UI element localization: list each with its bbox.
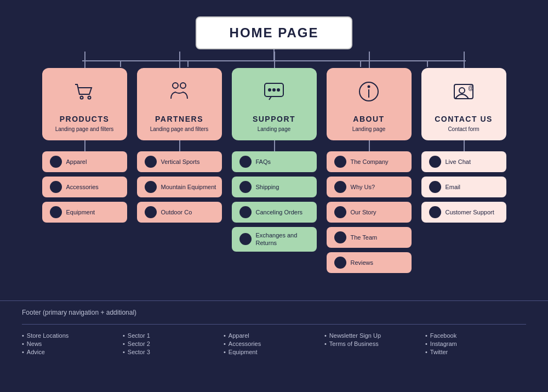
nav-card-partners[interactable]: PARTNERS Landing page and filters (137, 68, 222, 140)
bullet-dot (239, 156, 252, 168)
footer-col-1: Store Locations News Advice (22, 332, 123, 357)
footer-item: Sector 2 (123, 340, 218, 347)
footer-col-2: Sector 1 Sector 2 Sector 3 (123, 332, 224, 357)
footer-item: Store Locations (22, 332, 117, 339)
footer-item: Terms of Business (324, 340, 420, 347)
support-subtitle: Landing page (239, 126, 309, 133)
footer-col-4: Newsletter Sign Up Terms of Business (324, 332, 425, 357)
bullet-dot (145, 181, 157, 193)
bullet-dot (50, 156, 62, 168)
list-item[interactable]: The Team (327, 227, 412, 248)
bullet-dot (334, 181, 346, 193)
list-item[interactable]: Reviews (327, 252, 412, 273)
about-subtitle: Landing page (334, 126, 404, 133)
nav-cards-row: PRODUCTS Landing page and filters PARTNE… (22, 61, 526, 140)
bullet-dot (334, 206, 346, 218)
footer-item: News (22, 340, 117, 347)
products-sub-column: Apparel Accessories Equipment (42, 151, 127, 273)
list-item[interactable]: Canceling Orders (232, 202, 317, 223)
footer-item: Facebook (425, 332, 521, 339)
list-item[interactable]: Exchanges and Returns (232, 227, 317, 252)
svg-point-3 (180, 83, 186, 88)
list-item[interactable]: FAQs (232, 151, 317, 172)
nav-card-contact[interactable]: @ CONTACT US Contact form (421, 68, 506, 140)
list-item[interactable]: Live Chat (421, 151, 506, 172)
partners-sub-column: Vertical Sports Mountain Equipment Outdo… (137, 151, 222, 273)
products-subtitle: Landing page and filters (50, 126, 119, 133)
contact-sub-column: Live Chat Email Customer Support (421, 151, 506, 273)
homepage-box: HOME PAGE (196, 16, 353, 49)
contact-icon: @ (429, 78, 499, 110)
footer-item: Sector 3 (123, 349, 218, 355)
footer-item: Sector 1 (123, 332, 218, 339)
contact-title: CONTACT US (429, 115, 499, 123)
nav-card-about[interactable]: ABOUT Landing page (327, 68, 412, 140)
list-item[interactable]: Mountain Equipment (137, 177, 222, 197)
svg-point-1 (88, 96, 91, 99)
bullet-dot (334, 257, 346, 269)
about-title: ABOUT (334, 115, 404, 123)
bullet-dot (429, 206, 441, 218)
bullet-dot (145, 206, 157, 218)
footer-col-3: Apparel Accessories Equipment (224, 332, 324, 357)
sub-items-section: Apparel Accessories Equipment Vertical S… (22, 140, 526, 273)
partners-title: PARTNERS (145, 115, 214, 123)
nav-card-support[interactable]: SUPPORT Landing page (232, 68, 317, 140)
footer-item: Newsletter Sign Up (324, 332, 420, 339)
list-item[interactable]: Shipping (232, 177, 317, 197)
bullet-dot (239, 181, 252, 193)
bullet-dot (429, 181, 441, 193)
svg-point-0 (81, 96, 83, 99)
list-item[interactable]: Our Story (327, 202, 412, 223)
info-icon (334, 78, 404, 110)
bullet-dot (145, 156, 157, 168)
svg-point-7 (277, 89, 279, 91)
support-sub-column: FAQs Shipping Canceling Orders Exchanges… (232, 151, 317, 273)
footer-item: Apparel (224, 332, 319, 339)
list-item[interactable]: Outdoor Co (137, 202, 222, 223)
cart-icon (50, 78, 119, 110)
footer-columns: Store Locations News Advice Sector 1 Sec… (22, 332, 526, 357)
footer-title: Footer (primary navigation + additional) (22, 309, 526, 316)
svg-point-12 (459, 88, 465, 93)
bullet-dot (50, 181, 62, 193)
footer-section: Footer (primary navigation + additional)… (0, 300, 548, 368)
bullet-dot (239, 206, 252, 218)
bullet-dot (334, 231, 346, 243)
handshake-icon (145, 78, 214, 110)
list-item[interactable]: Email (421, 177, 506, 197)
svg-point-6 (273, 89, 275, 91)
bullet-dot (50, 206, 62, 218)
list-item[interactable]: Why Us? (327, 177, 412, 197)
support-title: SUPPORT (239, 115, 309, 123)
list-item[interactable]: Vertical Sports (137, 151, 222, 172)
footer-item: Instagram (425, 340, 521, 347)
footer-item: Equipment (224, 349, 319, 355)
footer-item: Accessories (224, 340, 319, 347)
bullet-dot (239, 233, 252, 245)
partners-subtitle: Landing page and filters (145, 126, 214, 133)
svg-point-2 (173, 83, 178, 88)
bullet-dot (334, 156, 346, 168)
list-item[interactable]: The Company (327, 151, 412, 172)
footer-item: Advice (22, 349, 117, 355)
list-item[interactable]: Equipment (42, 202, 127, 223)
svg-point-5 (269, 89, 271, 91)
footer-item: Twitter (425, 349, 521, 355)
bullet-dot (429, 156, 441, 168)
chat-icon (239, 78, 309, 110)
products-title: PRODUCTS (50, 115, 119, 123)
list-item[interactable]: Customer Support (421, 202, 506, 223)
svg-point-10 (368, 86, 370, 88)
list-item[interactable]: Accessories (42, 177, 127, 197)
svg-text:@: @ (468, 85, 473, 91)
footer-col-5: Facebook Instagram Twitter (425, 332, 526, 357)
list-item[interactable]: Apparel (42, 151, 127, 172)
about-sub-column: The Company Why Us? Our Story The Team R… (327, 151, 412, 273)
contact-subtitle: Contact form (429, 126, 499, 133)
nav-card-products[interactable]: PRODUCTS Landing page and filters (42, 68, 127, 140)
